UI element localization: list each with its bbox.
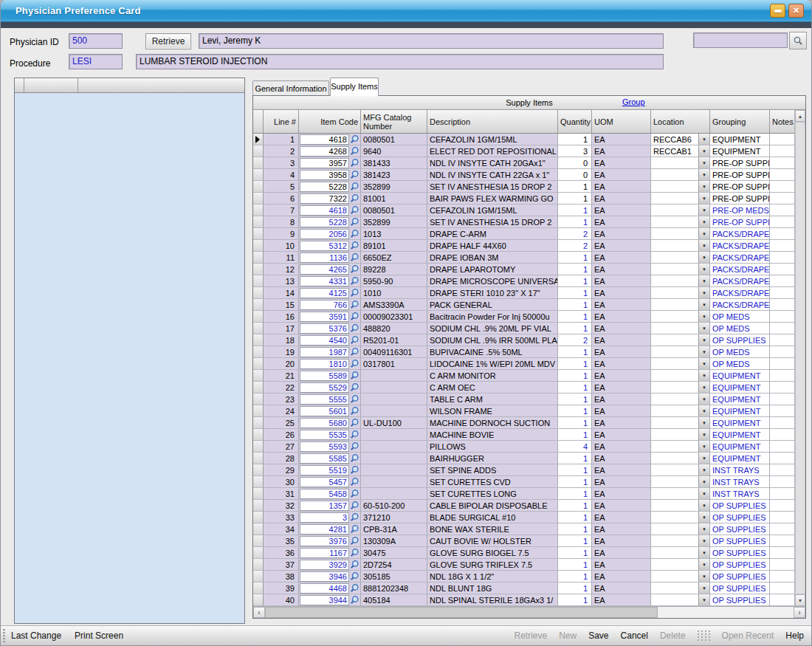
item-search-icon[interactable] — [350, 477, 359, 487]
location-input[interactable] — [651, 252, 698, 263]
row-selector[interactable] — [253, 323, 264, 334]
item-search-icon[interactable] — [350, 252, 359, 262]
item-search-icon[interactable] — [350, 524, 359, 534]
item-search-icon[interactable] — [350, 465, 359, 475]
grouping-field[interactable]: PACKS/DRAPE — [710, 264, 770, 275]
row-selector[interactable] — [253, 500, 264, 512]
quantity-input[interactable]: 3 — [558, 145, 592, 157]
scroll-right-icon[interactable]: › — [794, 607, 805, 618]
scroll-down-icon[interactable]: ▼ — [795, 594, 805, 606]
quantity-input[interactable]: 1 — [558, 394, 592, 405]
notes-field[interactable] — [770, 594, 794, 606]
quantity-input[interactable]: 2 — [558, 334, 592, 346]
location-dropdown-icon[interactable]: ▼ — [698, 488, 709, 499]
location-input[interactable] — [651, 523, 698, 535]
quantity-input[interactable]: 1 — [558, 535, 592, 547]
grouping-field[interactable]: PRE-OP SUPPI — [710, 157, 770, 169]
notes-field[interactable] — [770, 476, 794, 488]
location-dropdown-icon[interactable]: ▼ — [698, 476, 709, 487]
row-selector[interactable] — [253, 547, 264, 559]
notes-field[interactable] — [770, 453, 794, 464]
location-dropdown-icon[interactable]: ▼ — [698, 181, 709, 192]
row-selector[interactable] — [253, 394, 264, 405]
location-input[interactable] — [651, 547, 698, 558]
location-input[interactable] — [651, 512, 698, 523]
row-selector[interactable] — [253, 311, 264, 323]
grouping-field[interactable]: PRE-OP SUPPI — [710, 216, 770, 228]
procedure-field[interactable]: LESI — [69, 54, 123, 69]
item-code-input[interactable]: 7322 — [300, 193, 349, 204]
quantity-input[interactable]: 1 — [558, 523, 592, 535]
item-search-icon[interactable] — [350, 241, 359, 250]
row-selector[interactable] — [253, 476, 264, 488]
item-code-input[interactable]: 4268 — [300, 146, 349, 157]
location-input[interactable] — [651, 429, 698, 440]
item-search-icon[interactable] — [350, 264, 359, 274]
quantity-input[interactable]: 1 — [558, 559, 592, 571]
item-code-input[interactable]: 1136 — [300, 252, 349, 263]
location-input[interactable] — [651, 370, 698, 381]
location-input[interactable] — [651, 488, 698, 499]
row-selector[interactable] — [253, 157, 264, 169]
row-selector[interactable] — [253, 417, 264, 429]
grouping-field[interactable]: INST TRAYS — [710, 476, 770, 488]
location-dropdown-icon[interactable]: ▼ — [698, 358, 709, 369]
item-code-input[interactable]: 4468 — [300, 583, 349, 594]
save-button[interactable]: Save — [588, 630, 608, 641]
location-dropdown-icon[interactable]: ▼ — [698, 382, 709, 393]
item-search-icon[interactable] — [350, 536, 359, 546]
location-dropdown-icon[interactable]: ▼ — [698, 535, 709, 546]
location-input[interactable] — [651, 464, 698, 475]
location-dropdown-icon[interactable]: ▼ — [698, 453, 709, 464]
location-dropdown-icon[interactable]: ▼ — [698, 311, 709, 322]
row-selector[interactable] — [253, 583, 264, 594]
item-search-icon[interactable] — [350, 406, 359, 416]
location-dropdown-icon[interactable]: ▼ — [698, 500, 709, 511]
location-dropdown-icon[interactable]: ▼ — [698, 405, 709, 416]
location-input[interactable]: RECCAB6 — [651, 134, 698, 145]
search-input[interactable] — [693, 32, 788, 48]
row-selector[interactable] — [253, 559, 264, 571]
quantity-input[interactable]: 2 — [558, 240, 592, 252]
item-code-input[interactable]: 3976 — [300, 536, 349, 546]
location-dropdown-icon[interactable]: ▼ — [698, 145, 709, 157]
quantity-input[interactable]: 2 — [558, 228, 592, 240]
quantity-input[interactable]: 1 — [558, 323, 592, 334]
location-input[interactable] — [651, 476, 698, 487]
location-input[interactable] — [651, 334, 698, 346]
location-dropdown-icon[interactable]: ▼ — [698, 287, 709, 298]
row-selector[interactable] — [253, 464, 264, 476]
item-code-input[interactable]: 5535 — [300, 430, 349, 440]
notes-field[interactable] — [770, 205, 794, 216]
quantity-input[interactable]: 4 — [558, 441, 592, 453]
item-code-input[interactable]: 4331 — [300, 276, 349, 286]
notes-field[interactable] — [770, 216, 794, 228]
row-selector[interactable] — [253, 181, 264, 193]
item-search-icon[interactable] — [350, 595, 359, 605]
cancel-button[interactable]: Cancel — [621, 630, 648, 641]
left-list-panel[interactable] — [14, 78, 245, 624]
scroll-left-icon[interactable]: ‹ — [253, 607, 265, 618]
notes-field[interactable] — [770, 559, 794, 571]
item-search-icon[interactable] — [350, 418, 359, 427]
location-dropdown-icon[interactable]: ▼ — [698, 252, 709, 263]
notes-field[interactable] — [770, 323, 794, 334]
row-selector[interactable] — [253, 145, 264, 157]
location-input[interactable] — [651, 394, 698, 405]
item-search-icon[interactable] — [350, 548, 359, 557]
scroll-up-icon[interactable]: ▲ — [795, 110, 805, 122]
grouping-field[interactable]: PRE-OP SUPPI — [710, 193, 770, 205]
location-dropdown-icon[interactable]: ▼ — [698, 323, 709, 334]
row-selector[interactable] — [253, 382, 264, 394]
quantity-input[interactable]: 1 — [558, 512, 592, 523]
location-dropdown-icon[interactable]: ▼ — [698, 240, 709, 251]
item-code-input[interactable]: 3957 — [300, 158, 349, 168]
quantity-input[interactable]: 1 — [558, 571, 592, 583]
row-selector[interactable] — [253, 264, 264, 275]
row-selector[interactable] — [253, 193, 264, 205]
location-dropdown-icon[interactable]: ▼ — [698, 464, 709, 475]
location-input[interactable] — [651, 193, 698, 204]
notes-field[interactable] — [770, 181, 794, 193]
item-search-icon[interactable] — [350, 371, 359, 380]
item-search-icon[interactable] — [350, 217, 359, 227]
